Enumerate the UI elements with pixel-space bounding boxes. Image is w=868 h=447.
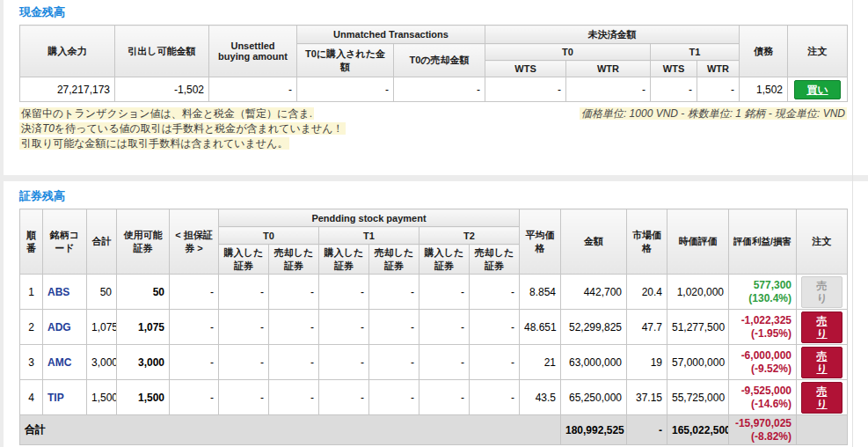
col-header-sold-t0: T0の売却金額 [394, 44, 485, 77]
cash-balance-section: 現金残高 購入余力 引出し可能金額 Unsettled buying amoun… [0, 0, 868, 151]
table-row: 4 TIP 1,500 1,500 - - - - - - - 43.5 65,… [20, 380, 848, 415]
cell-t0-wtr: - [566, 77, 651, 102]
cell-total: 50 [87, 275, 117, 310]
cell-unsettled-buying: - [209, 77, 297, 102]
cell-t2-sold: - [470, 310, 520, 345]
cell-collateral: - [170, 345, 219, 380]
cell-index: 1 [20, 275, 43, 310]
total-market-value: 165,022,500 [667, 415, 729, 445]
col-header-market-price: 市場価格 [627, 209, 667, 275]
col-group-t2: T2 [419, 227, 520, 245]
stock-code-link[interactable]: AMC [43, 345, 87, 380]
col-group-t1: T1 [319, 227, 419, 245]
cell-t2-sold: - [470, 345, 520, 380]
cell-order: 売り [797, 345, 848, 380]
cell-market-value: 57,000,000 [667, 345, 729, 380]
cell-market-price: 37.15 [627, 380, 667, 415]
col-header-t1-bought: 購入した証券 [319, 245, 369, 275]
cell-t0-sold: - [269, 275, 319, 310]
note-line-1: 保留中のトランザクション値は、料金と税金（暫定）に含ま. [19, 106, 346, 121]
cell-t2-sold: - [470, 380, 520, 415]
total-label: 合計 [20, 415, 561, 445]
cell-t0-sold: - [269, 310, 319, 345]
cell-amount: 65,250,000 [561, 380, 627, 415]
col-header-t1-wtr: WTR [697, 61, 740, 77]
col-group-pending-amount: 未決済金額 [485, 26, 740, 44]
cell-t0-bought: - [219, 310, 269, 345]
table-row: 1 ABS 50 50 - - - - - - - 8.854 442,700 … [20, 275, 848, 310]
cell-t1-wtr: - [697, 77, 740, 102]
cell-profit-loss: -1,022,325 (-1.95%) [729, 310, 797, 345]
unit-note: 価格単位: 1000 VND - 株数単位: 1 銘柄 - 現金単位: VND [580, 106, 847, 121]
total-order-cell [797, 415, 848, 445]
cash-balance-table: 購入余力 引出し可能金額 Unsettled buying amount Unm… [19, 25, 848, 102]
cell-t0-bought: - [219, 275, 269, 310]
stock-code-link[interactable]: ADG [43, 310, 87, 345]
col-header-t1-sold: 売却した証券 [369, 245, 419, 275]
buy-button[interactable]: 買い [794, 80, 840, 99]
right-edge-line [852, 0, 853, 447]
sell-button[interactable]: 売り [801, 347, 842, 378]
cell-total: 3,000 [87, 345, 117, 380]
col-header-order: 注文 [797, 209, 848, 275]
cell-t1-wts: - [651, 77, 697, 102]
col-header-unsettled-buying: Unsettled buying amount [209, 26, 297, 77]
cell-available: 1,500 [117, 380, 170, 415]
cell-t0-wts: - [485, 77, 566, 102]
left-edge-strip [0, 0, 4, 447]
cell-t0-bought: - [219, 380, 269, 415]
col-header-avg-price: 平均価格 [520, 209, 561, 275]
col-header-buying-power: 購入余力 [20, 26, 115, 77]
col-header-debt: 債務 [740, 26, 788, 77]
cell-sold-t0: - [394, 77, 485, 102]
col-group-t1: T1 [651, 44, 740, 61]
cell-order: 売り [797, 275, 848, 310]
cell-t2-bought: - [419, 310, 470, 345]
cell-avg-price: 43.5 [520, 380, 561, 415]
note-line-3: 引取り可能な金額には取引手数料は含まれていません。 [19, 136, 346, 151]
cell-t1-sold: - [369, 380, 419, 415]
cell-buying-power: 27,217,173 [20, 77, 115, 102]
col-header-bought-t0: T0に購入された金額 [297, 44, 394, 77]
col-header-amount: 金額 [561, 209, 627, 275]
stock-code-link[interactable]: ABS [43, 275, 87, 310]
col-group-unmatched-transactions: Unmatched Transactions [297, 26, 485, 44]
cell-index: 2 [20, 310, 43, 345]
col-header-t2-sold: 売却した証券 [470, 245, 520, 275]
cell-t0-bought: - [219, 345, 269, 380]
col-header-t0-wtr: WTR [566, 61, 651, 77]
col-header-available: 使用可能証券 [117, 209, 170, 275]
cell-t1-bought: - [319, 345, 369, 380]
total-market-price: - [627, 415, 667, 445]
cell-available: 3,000 [117, 345, 170, 380]
cell-t1-sold: - [369, 310, 419, 345]
cell-amount: 442,700 [561, 275, 627, 310]
cell-avg-price: 8.854 [520, 275, 561, 310]
sell-button[interactable]: 売り [801, 311, 842, 343]
cell-amount: 63,000,000 [561, 345, 627, 380]
cell-order: 売り [797, 310, 848, 345]
sell-button[interactable]: 売り [801, 382, 842, 414]
stock-code-link[interactable]: TIP [43, 380, 87, 415]
total-amount: 180,992,525 [561, 415, 627, 445]
cell-avg-price: 21 [520, 345, 561, 380]
cash-notes: 保留中のトランザクション値は、料金と税金（暫定）に含ま. 決済T0を待っている値… [19, 106, 346, 151]
note-line-2: 決済T0を待っている値の取引は手数料と税金が含まれていません！ [19, 121, 346, 136]
cell-t1-sold: - [369, 345, 419, 380]
cell-available: 1,075 [117, 310, 170, 345]
col-header-t0-sold: 売却した証券 [269, 245, 319, 275]
cash-balance-row: 27,217,173 -1,502 - - - - - - - 1,502 買い [20, 77, 848, 102]
cash-notes-area: 保留中のトランザクション値は、料金と税金（暫定）に含ま. 決済T0を待っている値… [19, 106, 847, 151]
securities-table-body: 1 ABS 50 50 - - - - - - - 8.854 442,700 … [20, 275, 848, 415]
securities-balance-title: 証券残高 [19, 188, 847, 204]
col-header-order: 注文 [788, 26, 848, 77]
col-header-collateral: < 担保証券 > [170, 209, 219, 275]
total-row: 合計 180,992,525 - 165,022,500 -15,970,025… [20, 415, 848, 445]
cell-market-price: 19 [627, 345, 667, 380]
col-header-t2-bought: 購入した証券 [419, 245, 470, 275]
section-separator [0, 175, 868, 181]
col-header-pl: 評価利益/損害 [729, 209, 797, 275]
col-header-stock-code: 銘柄コード [43, 209, 87, 275]
cell-market-price: 20.4 [627, 275, 667, 310]
cell-bought-t0: - [297, 77, 394, 102]
